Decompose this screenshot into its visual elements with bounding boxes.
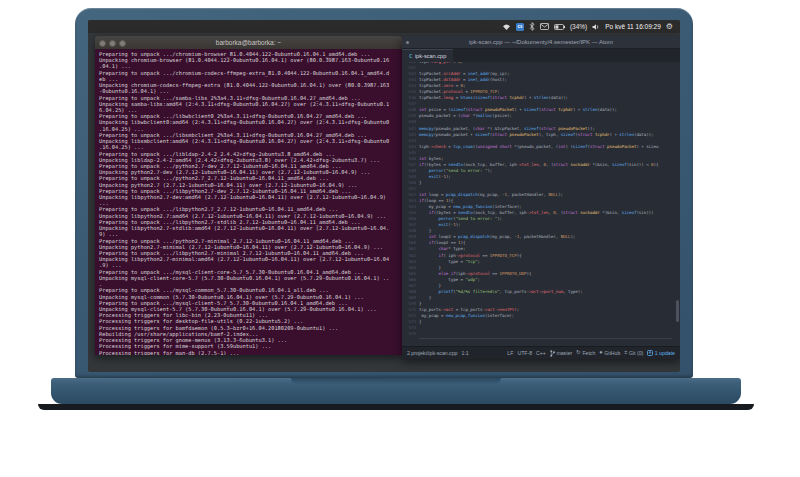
github-icon: ● bbox=[599, 350, 602, 356]
laptop-base bbox=[51, 378, 741, 404]
code-line: 542memcpy(pseudo_packet + sizeof(struct … bbox=[402, 132, 680, 138]
status-git[interactable]: ± Git (0) bbox=[624, 350, 643, 356]
terminal-line: Preparing to unpack .../chromium-codecs-… bbox=[99, 70, 398, 76]
terminal-line: Preparing to unpack .../samba-libs_2%3a4… bbox=[99, 95, 398, 101]
terminal-window: barborka@barborka: ~ Preparing to unpack… bbox=[95, 36, 402, 355]
code-text: tcph->check = tcp_csum((unsigned short *… bbox=[419, 144, 658, 150]
editor-title: ipk-scan.cpp — ~/Dokumenty/4.semester/IP… bbox=[469, 39, 613, 45]
status-line-ending[interactable]: LF bbox=[507, 350, 513, 356]
wifi-icon[interactable] bbox=[502, 23, 511, 31]
status-encoding[interactable]: UTF-8 bbox=[517, 350, 532, 356]
laptop-base-notch bbox=[291, 378, 501, 384]
terminal-title: barborka@barborka: ~ bbox=[216, 39, 281, 46]
window-icon bbox=[406, 41, 409, 44]
terminal-line: Preparing to unpack .../python2.7-minima… bbox=[99, 238, 398, 244]
c-icon: C bbox=[409, 53, 412, 59]
sync-icon: ↻ bbox=[576, 350, 581, 356]
maximize-button[interactable] bbox=[119, 40, 126, 47]
terminal-line: Unpacking libpython2.7:amd64 (2.7.12-1ub… bbox=[99, 213, 398, 219]
scrollbar[interactable] bbox=[676, 300, 679, 322]
code-text: printf("%d/%s filtered\n", tcp_ports->ac… bbox=[419, 289, 583, 295]
terminal-line: Unpacking libpython2.7-minimal:amd64 (2.… bbox=[99, 256, 398, 262]
laptop-screen: cs (34%) Po kvě 11 16:09:29 ⚙ bbox=[88, 20, 680, 372]
status-file-path[interactable]: 2.projekt/ipk-scan.cpp bbox=[407, 350, 457, 356]
status-branch[interactable]: master bbox=[550, 350, 572, 357]
code-text: memcpy(pseudo_packet + sizeof(struct pse… bbox=[419, 132, 653, 138]
code-line: 544tcph->check = tcp_csum((unsigned shor… bbox=[402, 144, 680, 150]
code-text: } bbox=[419, 319, 421, 325]
terminal-line: Unpacking libsmbclient:amd64 (2:4.3.11+d… bbox=[99, 138, 398, 144]
code-text: tcph->urg_ptr = 0; bbox=[419, 62, 463, 65]
battery-percentage: (34%) bbox=[570, 23, 587, 30]
top-panel: cs (34%) Po kvě 11 16:09:29 ⚙ bbox=[88, 20, 680, 33]
terminal-line: Unpacking chromium-browser (81.0.4044.12… bbox=[99, 57, 398, 63]
terminal-line: Unpacking mysql-client-core-5.7 (5.7.30-… bbox=[99, 275, 398, 281]
terminal-line: Preparing to unpack .../mysql-client-cor… bbox=[99, 269, 398, 275]
terminal-line: Unpacking mysql-common (5.7.30-0ubuntu0.… bbox=[99, 294, 398, 300]
editor-status-bar: 2.projekt/ipk-scan.cpp 1:1 LF UTF-8 C++ … bbox=[402, 346, 680, 359]
keyboard-layout-icon[interactable]: cs bbox=[516, 23, 524, 31]
code-text: } bbox=[419, 180, 421, 186]
code-line: 575 bbox=[402, 331, 680, 337]
git-diff-icon: ± bbox=[624, 350, 627, 356]
package-update-icon bbox=[647, 350, 653, 356]
clock[interactable]: Po kvě 11 16:09:29 bbox=[605, 23, 661, 30]
window-buttons bbox=[99, 40, 126, 47]
code-editor[interactable]: 530tcph->urg_ptr = 0;531532tcpPacket.src… bbox=[402, 62, 680, 346]
terminal-body[interactable]: Preparing to unpack .../chromium-browser… bbox=[95, 49, 402, 355]
status-language[interactable]: C++ bbox=[536, 350, 546, 356]
tab-ipk-scan[interactable]: C ipk-scan.cpp bbox=[402, 49, 453, 62]
line-number: 575 bbox=[402, 331, 419, 337]
code-text: pseudo_packet = (char *)malloc(psize); bbox=[419, 113, 512, 119]
end-of-file-divider bbox=[419, 338, 672, 339]
terminal-line: Processing triggers for man-db (2.7.5-1)… bbox=[99, 350, 398, 356]
minimize-button[interactable] bbox=[109, 40, 116, 47]
tab-label: ipk-scan.cpp bbox=[415, 53, 446, 59]
terminal-line: Unpacking libpython2.7-stdlib:amd64 (2.7… bbox=[99, 225, 398, 231]
terminal-line: Unpacking libwbclient0:amd64 (2:4.3.11+d… bbox=[99, 119, 398, 125]
mail-icon[interactable] bbox=[540, 23, 549, 30]
code-text: my_pcap = new_pcap_funcion(interface); bbox=[419, 313, 514, 319]
close-button[interactable] bbox=[99, 40, 106, 47]
code-text: exit(-1); bbox=[419, 174, 451, 180]
terminal-line: Unpacking libpython2.7-dev:amd64 (2.7.12… bbox=[99, 194, 398, 200]
battery-icon[interactable] bbox=[554, 24, 565, 30]
status-cursor-position[interactable]: 1:1 bbox=[461, 350, 468, 356]
bluetooth-icon[interactable] bbox=[529, 22, 535, 31]
code-lines: 530tcph->urg_ptr = 0;531532tcpPacket.src… bbox=[402, 62, 680, 339]
volume-icon[interactable] bbox=[592, 23, 600, 31]
status-update[interactable]: 1 update bbox=[647, 350, 675, 356]
status-fetch[interactable]: ↻ Fetch bbox=[576, 350, 595, 356]
laptop-base-edge bbox=[38, 404, 754, 410]
editor-tab-bar: C ipk-scan.cpp bbox=[402, 49, 680, 62]
status-github[interactable]: ● GitHub bbox=[599, 350, 620, 356]
editor-window: ipk-scan.cpp — ~/Dokumenty/4.semester/IP… bbox=[402, 36, 680, 359]
terminal-titlebar[interactable]: barborka@barborka: ~ bbox=[95, 36, 402, 49]
editor-titlebar[interactable]: ipk-scan.cpp — ~/Dokumenty/4.semester/IP… bbox=[402, 36, 680, 49]
laptop-screen-bezel: cs (34%) Po kvě 11 16:09:29 ⚙ bbox=[75, 8, 693, 378]
branch-icon bbox=[550, 350, 555, 357]
session-gear-icon[interactable]: ⚙ bbox=[666, 22, 673, 31]
terminal-line: Unpacking samba-libs:amd64 (2:4.3.11+dfs… bbox=[99, 101, 398, 107]
terminal-line: Unpacking python2.7 (2.7.12-1ubuntu0~16.… bbox=[99, 182, 398, 188]
code-text: tcpPacket.leng = htons(sizeof(struct tcp… bbox=[419, 95, 568, 101]
